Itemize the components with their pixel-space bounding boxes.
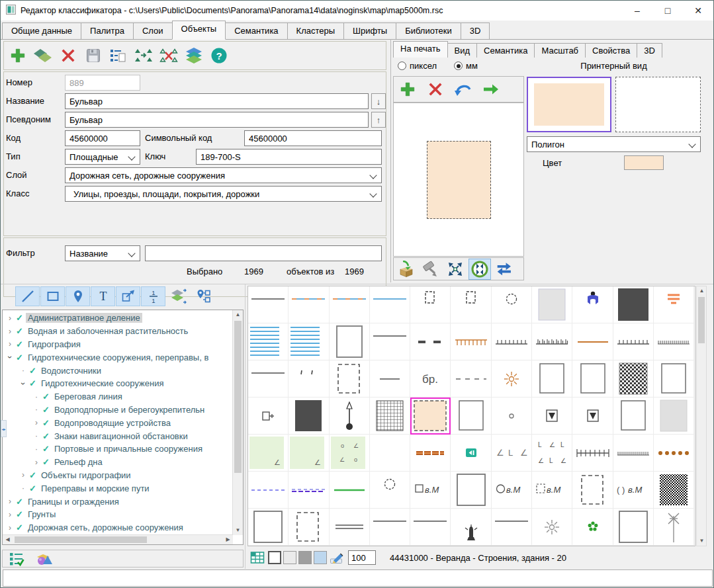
- tree-item[interactable]: ›✓Водопроводящие устройства: [5, 416, 233, 429]
- symbol-cell[interactable]: [289, 323, 329, 360]
- graph-tool-icon[interactable]: [191, 286, 216, 306]
- print-tab-Свойства[interactable]: Свойства: [585, 43, 637, 58]
- tab-Объекты[interactable]: Объекты: [172, 21, 226, 40]
- symbol-cell[interactable]: [654, 323, 694, 360]
- symbol-cell[interactable]: [654, 360, 694, 398]
- symbol-cell[interactable]: [370, 398, 410, 435]
- add-small-icon[interactable]: [396, 79, 419, 100]
- tree-item[interactable]: ›✓Рельеф дна: [5, 456, 233, 469]
- tree-item[interactable]: ›✓Гидротехнические сооружения: [5, 377, 233, 390]
- line-tool-icon[interactable]: [15, 286, 40, 306]
- symbol-cell[interactable]: [248, 286, 289, 323]
- tree-item[interactable]: ·✓Береговая линия: [5, 390, 233, 403]
- delete-marks-icon[interactable]: [157, 45, 180, 66]
- symbol-cell[interactable]: в.М: [532, 472, 572, 509]
- tree-expander-icon[interactable]: ›: [5, 314, 15, 323]
- background-swatch-white[interactable]: [268, 551, 281, 564]
- move-objects-icon[interactable]: [132, 45, 155, 66]
- tab-Слои[interactable]: Слои: [133, 22, 173, 39]
- tree-item[interactable]: ›✓Объекты гидрографии: [5, 469, 233, 482]
- symbol-cell[interactable]: [248, 360, 289, 398]
- symbol-code-field[interactable]: [244, 130, 382, 146]
- move-down-button[interactable]: ↓: [371, 93, 386, 109]
- symbol-cell[interactable]: ∠: [289, 435, 329, 472]
- symbol-cell[interactable]: [248, 509, 289, 546]
- background-swatch-lightgray[interactable]: [283, 551, 296, 564]
- symbol-cell[interactable]: [289, 360, 329, 398]
- grid-zoom-input[interactable]: [348, 550, 376, 565]
- add-icon[interactable]: [7, 45, 29, 66]
- symbol-cell[interactable]: [451, 360, 491, 398]
- tree-item[interactable]: ·✓Водоподпорные и берегоукрепительн: [5, 403, 233, 417]
- tree-item[interactable]: ·✓Переправы и морские пути: [5, 482, 233, 495]
- tree-expander-icon[interactable]: ›: [5, 327, 15, 336]
- symbol-cell[interactable]: [654, 286, 694, 323]
- symbol-cell[interactable]: [532, 398, 572, 435]
- number-field[interactable]: [65, 75, 140, 91]
- tree-item[interactable]: ·✓Водоисточники: [5, 364, 233, 377]
- symbol-cell[interactable]: [572, 323, 613, 360]
- symbol-cell[interactable]: бр.: [410, 360, 451, 398]
- filter-select[interactable]: Название: [65, 245, 140, 261]
- primitive-select[interactable]: Полигон: [527, 136, 701, 152]
- symbol-cell[interactable]: [532, 323, 572, 360]
- symbol-cell[interactable]: L∠L∠L∠: [532, 435, 572, 472]
- symbol-cell[interactable]: [330, 509, 370, 546]
- close-button[interactable]: ✕: [683, 1, 713, 21]
- delete-small-icon[interactable]: [424, 79, 447, 100]
- screen-view-sample[interactable]: [615, 77, 701, 132]
- tree-item[interactable]: ›✓Гидротехнические сооружения, переправы…: [5, 351, 233, 364]
- expand-icon[interactable]: [444, 259, 467, 280]
- symbol-cell[interactable]: [572, 398, 613, 435]
- tab-Кластеры[interactable]: Кластеры: [287, 22, 345, 39]
- tree-expander-icon[interactable]: ›: [32, 418, 41, 427]
- tree-horizontal-scrollbar[interactable]: ◀ ▶: [3, 534, 233, 544]
- color-swatch[interactable]: [624, 155, 664, 170]
- tab-3D[interactable]: 3D: [461, 22, 490, 39]
- tab-Библиотеки[interactable]: Библиотеки: [396, 22, 461, 39]
- forward-icon[interactable]: [480, 79, 502, 100]
- symbol-cell[interactable]: [330, 472, 370, 509]
- splitter-handle[interactable]: ◂▸: [1, 420, 7, 437]
- symbol-cell[interactable]: [451, 323, 491, 360]
- copy-list-icon[interactable]: [107, 45, 130, 66]
- import-box-icon[interactable]: [395, 259, 418, 280]
- tab-Палитра[interactable]: Палитра: [81, 22, 134, 39]
- grid-vertical-scrollbar[interactable]: ▲ ▼: [696, 286, 707, 546]
- symbol-cell[interactable]: [451, 286, 491, 323]
- object-list-icon[interactable]: [5, 551, 28, 567]
- filter-input[interactable]: [145, 245, 382, 261]
- symbol-cell-selected[interactable]: [410, 398, 451, 435]
- symbol-cell[interactable]: [451, 472, 491, 509]
- tree-vertical-scrollbar[interactable]: ▲ ▼: [232, 310, 243, 535]
- pencil-icon[interactable]: [329, 550, 346, 566]
- tab-Общие данные[interactable]: Общие данные: [2, 22, 81, 39]
- tree-item[interactable]: ·✓Портовые и причальные сооружения: [5, 442, 233, 456]
- print-tab-На печать[interactable]: На печать: [393, 41, 448, 58]
- symbol-cell[interactable]: [613, 360, 654, 398]
- symbol-cell[interactable]: [532, 509, 572, 546]
- polygon-preview[interactable]: [427, 141, 491, 219]
- delete-icon[interactable]: [57, 45, 79, 66]
- name-field[interactable]: [65, 93, 369, 109]
- symbol-cell[interactable]: [451, 509, 491, 546]
- fit-window-icon[interactable]: [469, 259, 491, 280]
- tree-expander-icon[interactable]: ›: [5, 353, 15, 362]
- symbol-cell[interactable]: o∠∠o: [330, 435, 370, 472]
- print-tab-Вид[interactable]: Вид: [447, 43, 478, 58]
- palette-table-icon[interactable]: [249, 550, 266, 566]
- symbol-cell[interactable]: [289, 286, 329, 323]
- tree-item[interactable]: ·✓Знаки навигационной обстановки: [5, 429, 233, 442]
- scale-tool-icon[interactable]: 11: [141, 286, 165, 306]
- symbol-cell[interactable]: [572, 509, 613, 546]
- print-tab-Семантика[interactable]: Семантика: [476, 43, 535, 58]
- code-field[interactable]: [65, 130, 140, 146]
- symbol-cell[interactable]: [370, 509, 410, 546]
- symbol-cell[interactable]: [330, 323, 370, 360]
- symbol-cell[interactable]: [330, 398, 370, 435]
- point-tool-icon[interactable]: [66, 286, 90, 306]
- background-swatch-gray[interactable]: [298, 551, 312, 564]
- symbol-cell[interactable]: [654, 509, 694, 546]
- symbol-cell[interactable]: [492, 360, 532, 398]
- symbol-cell[interactable]: [654, 472, 694, 509]
